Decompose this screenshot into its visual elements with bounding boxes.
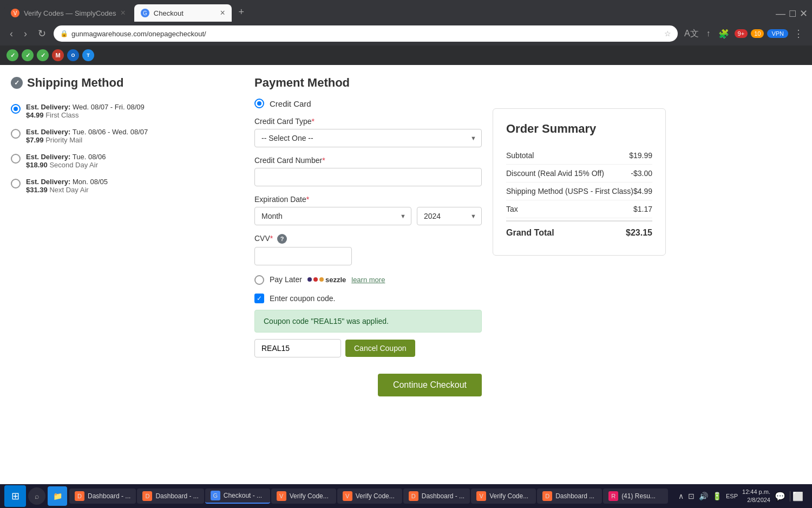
shipping-option-4[interactable]: Est. Delivery: Mon. 08/05 $31.39 Next Da…	[11, 173, 244, 198]
shipping-delivery-3: Est. Delivery: Tue. 08/06	[26, 153, 106, 161]
cancel-coupon-button[interactable]: Cancel Coupon	[345, 340, 415, 357]
shipping-option-1[interactable]: Est. Delivery: Wed. 08/07 - Fri. 08/09 $…	[11, 99, 244, 123]
coupon-input[interactable]	[254, 339, 341, 357]
taskbar-item-4[interactable]: V Verify Code...	[271, 489, 336, 504]
cvv-input[interactable]	[254, 247, 352, 265]
coupon-section: ✓ Enter coupon code. Coupon code "REAL15…	[254, 294, 482, 357]
taskbar-item-icon-2: D	[142, 491, 152, 501]
address-bar[interactable]: 🔒 gunmagwarehouse.com/onepagecheckout/ ☆	[54, 25, 678, 42]
ext-icon-4[interactable]: M	[52, 49, 64, 61]
credit-card-radio[interactable]	[254, 99, 264, 108]
taskbar-item-1[interactable]: D Dashboard - ...	[69, 489, 136, 504]
time-display: 12:44 p.m. 2/8/2024	[742, 488, 770, 505]
ext-icon-6[interactable]: T	[82, 49, 94, 61]
close-button[interactable]: ✕	[800, 8, 808, 19]
subtotal-value: $19.99	[629, 151, 652, 160]
summary-row-grand-total: Grand Total $23.15	[506, 220, 652, 242]
shipping-option-2[interactable]: Est. Delivery: Tue. 08/06 - Wed. 08/07 $…	[11, 123, 244, 148]
shipping-radio-3[interactable]	[11, 154, 21, 164]
learn-more-link[interactable]: learn more	[351, 276, 385, 284]
coupon-success-text: Coupon code "REAL15" was applied.	[264, 317, 389, 325]
translate-icon[interactable]: A文	[682, 26, 701, 42]
nav-icons: A文 ↑ 🧩 9+ 10 VPN ⋮	[682, 25, 806, 42]
search-button[interactable]: ⌕	[28, 487, 45, 505]
ext-icon-3[interactable]: ✓	[37, 49, 49, 61]
ext-icon-1[interactable]: ✓	[6, 49, 18, 61]
credit-card-number-input[interactable]	[254, 168, 482, 186]
expiry-month-select[interactable]: Month 01 02 03 04 05 06 07 08 09 10	[254, 207, 411, 225]
tab-verify-codes[interactable]: V Verify Codes — SimplyCodes ×	[4, 4, 132, 22]
shipping-option-3[interactable]: Est. Delivery: Tue. 08/06 $18.90 Second …	[11, 148, 244, 173]
taskbar-item-icon-4: V	[277, 491, 286, 501]
shipping-details-4: Est. Delivery: Mon. 08/05 $31.39 Next Da…	[26, 178, 108, 194]
tax-label: Tax	[506, 205, 518, 213]
shipping-value: $4.99	[633, 187, 652, 196]
shipping-delivery-1: Est. Delivery: Wed. 08/07 - Fri. 08/09	[26, 103, 145, 111]
summary-row-subtotal: Subtotal $19.99	[506, 147, 652, 165]
taskbar-item-2[interactable]: D Dashboard - ...	[137, 489, 204, 504]
pay-later-radio[interactable]	[254, 275, 264, 285]
tab-close-verify[interactable]: ×	[121, 8, 126, 18]
chevron-up-icon[interactable]: ∧	[678, 492, 684, 500]
menu-icon[interactable]: ⋮	[791, 25, 806, 42]
forward-button[interactable]: ›	[21, 26, 30, 42]
sezzle-dot-2	[313, 277, 318, 282]
page-content: ✓ Shipping Method Est. Delivery: Wed. 08…	[0, 65, 812, 484]
sezzle-logo: sezzle	[307, 276, 346, 284]
expiry-year-wrapper: 2024 2025 2026 2027 2028	[417, 207, 482, 225]
coupon-checkbox[interactable]: ✓	[254, 294, 264, 303]
shipping-radio-2[interactable]	[11, 129, 21, 139]
vpn-icon[interactable]: VPN	[767, 29, 788, 38]
credit-card-option[interactable]: Credit Card	[254, 99, 482, 108]
ext-icon-5[interactable]: O	[67, 49, 79, 61]
star-icon[interactable]: ☆	[664, 29, 671, 38]
file-explorer-icon[interactable]: 📁	[48, 486, 67, 506]
share-icon[interactable]: ↑	[704, 27, 713, 41]
cvv-info-icon[interactable]: ?	[277, 234, 287, 244]
minimize-button[interactable]: —	[776, 8, 785, 19]
order-summary-card: Order Summary Subtotal $19.99 Discount (…	[493, 108, 666, 256]
tab-checkout[interactable]: G Checkout ×	[134, 4, 232, 22]
taskbar-item-5[interactable]: V Verify Code...	[337, 489, 402, 504]
reload-button[interactable]: ↻	[35, 25, 49, 42]
tab-label-verify: Verify Codes — SimplyCodes	[24, 9, 116, 17]
credit-card-label: Credit Card	[270, 99, 311, 108]
payment-section-title: Payment Method	[254, 76, 482, 90]
extensions-icon[interactable]: 🧩	[716, 27, 731, 41]
shipping-radio-1[interactable]	[11, 104, 21, 114]
taskbar-items: D Dashboard - ... D Dashboard - ... G Ch…	[69, 489, 676, 504]
taskbar-item-8[interactable]: D Dashboard ...	[537, 489, 602, 504]
show-desktop-icon[interactable]: ⬜	[790, 491, 803, 502]
shipping-section-title: ✓ Shipping Method	[11, 76, 244, 90]
taskbar-item-9[interactable]: R (41) Resu...	[603, 489, 668, 504]
shipping-section: ✓ Shipping Method Est. Delivery: Wed. 08…	[11, 76, 244, 396]
notification-icon[interactable]: 💬	[775, 491, 785, 502]
ext-icon-2[interactable]: ✓	[22, 49, 34, 61]
shipping-price-service-4: $31.39 Next Day Air	[26, 186, 108, 194]
credit-card-type-label: Credit Card Type*	[254, 117, 482, 126]
shipping-price-service-2: $7.99 Priority Mail	[26, 136, 148, 144]
start-button[interactable]: ⊞	[4, 485, 26, 507]
tab-close-checkout[interactable]: ×	[220, 8, 225, 18]
credit-card-type-group: Credit Card Type* -- Select One -- Visa …	[254, 117, 482, 147]
maximize-button[interactable]: ☐	[789, 9, 796, 19]
battery-icon[interactable]: 🔋	[712, 492, 722, 500]
credit-card-type-select[interactable]: -- Select One -- Visa Mastercard AmEx Di…	[254, 129, 482, 147]
taskbar-item-3[interactable]: G Checkout - ...	[205, 489, 270, 504]
expiry-year-select[interactable]: 2024 2025 2026 2027 2028	[417, 207, 482, 225]
back-button[interactable]: ‹	[6, 26, 16, 42]
volume-icon[interactable]: 🔊	[699, 492, 708, 500]
expiry-month-wrapper: Month 01 02 03 04 05 06 07 08 09 10	[254, 207, 411, 225]
continue-checkout-button[interactable]: Continue Checkout	[378, 374, 482, 396]
tab-add-button[interactable]: +	[234, 4, 249, 19]
continue-btn-container: Continue Checkout	[254, 357, 482, 368]
credit-card-number-group: Credit Card Number*	[254, 156, 482, 186]
network-icon[interactable]: ⊡	[688, 492, 695, 500]
taskbar-item-label-3: Checkout - ...	[224, 492, 262, 499]
nav-bar: ‹ › ↻ 🔒 gunmagwarehouse.com/onepagecheck…	[0, 22, 812, 45]
keyboard-layout: ESP	[726, 493, 738, 499]
pay-later-option[interactable]: Pay Later sezzle learn more	[254, 274, 482, 285]
taskbar-item-6[interactable]: D Dashboard - ...	[403, 489, 470, 504]
taskbar-item-7[interactable]: V Verify Code...	[471, 489, 536, 504]
shipping-radio-4[interactable]	[11, 179, 21, 188]
